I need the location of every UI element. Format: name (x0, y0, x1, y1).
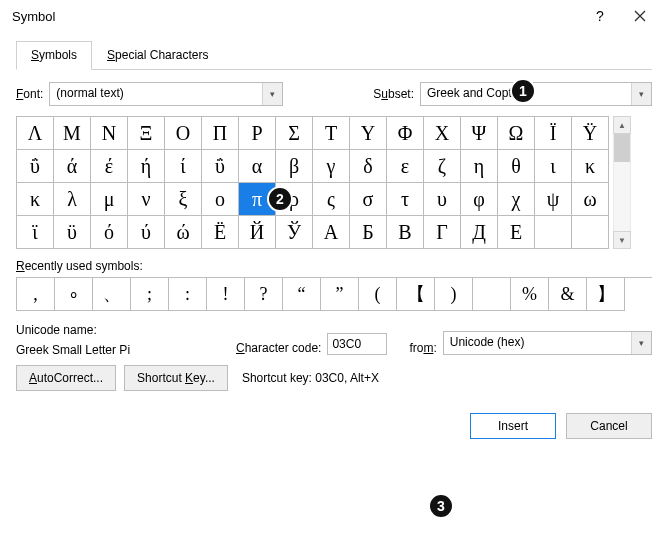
char-cell[interactable]: Г (424, 216, 461, 249)
char-cell[interactable]: В (387, 216, 424, 249)
char-cell[interactable] (572, 216, 609, 249)
recent-cell[interactable]: & (549, 278, 587, 311)
char-cell[interactable]: Ρ (239, 117, 276, 150)
scroll-thumb[interactable] (614, 134, 630, 162)
char-cell[interactable]: Ё (202, 216, 239, 249)
shortcut-key-button[interactable]: Shortcut Key... (124, 365, 228, 391)
char-cell[interactable]: λ (54, 183, 91, 216)
tab-special-characters[interactable]: Special Characters (92, 41, 223, 70)
char-cell[interactable]: ζ (424, 150, 461, 183)
char-cell[interactable]: ς (313, 183, 350, 216)
close-button[interactable] (620, 2, 660, 30)
char-cell[interactable]: Υ (350, 117, 387, 150)
char-cell[interactable]: ή (128, 150, 165, 183)
recent-cell[interactable]: ; (131, 278, 169, 311)
help-button[interactable]: ? (580, 2, 620, 30)
tab-symbols[interactable]: Symbols (16, 41, 92, 70)
char-cell[interactable]: ΰ (202, 150, 239, 183)
char-cell[interactable]: Μ (54, 117, 91, 150)
char-cell[interactable]: κ (17, 183, 54, 216)
char-cell[interactable]: ά (54, 150, 91, 183)
scrollbar[interactable]: ▲ ▼ (613, 116, 631, 249)
recent-cell[interactable]: 、 (93, 278, 131, 311)
recent-cell[interactable] (473, 278, 511, 311)
char-cell[interactable]: Б (350, 216, 387, 249)
char-cell[interactable]: Τ (313, 117, 350, 150)
char-cell[interactable]: Ω (498, 117, 535, 150)
cancel-button[interactable]: Cancel (566, 413, 652, 439)
autocorrect-button[interactable]: AutoCorrect... (16, 365, 116, 391)
char-cell[interactable]: Ν (91, 117, 128, 150)
char-cell[interactable]: δ (350, 150, 387, 183)
recent-cell[interactable]: , (17, 278, 55, 311)
char-cell[interactable]: Ο (165, 117, 202, 150)
char-cell[interactable]: έ (91, 150, 128, 183)
char-cell[interactable]: γ (313, 150, 350, 183)
char-cell[interactable]: Й (239, 216, 276, 249)
scroll-track[interactable] (613, 134, 631, 231)
recent-cell[interactable]: ) (435, 278, 473, 311)
recent-grid[interactable]: ,∘、;:!?“”(【)%&】 (16, 277, 652, 311)
recent-cell[interactable]: “ (283, 278, 321, 311)
char-cell[interactable]: χ (498, 183, 535, 216)
char-cell[interactable]: ί (165, 150, 202, 183)
char-cell[interactable]: Е (498, 216, 535, 249)
recent-cell[interactable]: ∘ (55, 278, 93, 311)
recent-cell[interactable]: ! (207, 278, 245, 311)
char-cell[interactable]: Π (202, 117, 239, 150)
char-cell[interactable]: ν (128, 183, 165, 216)
char-code-input[interactable] (327, 333, 387, 355)
char-cell[interactable] (535, 216, 572, 249)
char-cell[interactable]: ύ (128, 216, 165, 249)
char-cell[interactable]: α (239, 150, 276, 183)
recent-cell[interactable]: 】 (587, 278, 625, 311)
char-cell[interactable]: ϊ (17, 216, 54, 249)
char-cell[interactable]: Ў (276, 216, 313, 249)
char-cell[interactable]: Ϋ (572, 117, 609, 150)
char-cell[interactable]: ό (91, 216, 128, 249)
scroll-up-icon[interactable]: ▲ (613, 116, 631, 134)
char-cell[interactable]: Σ (276, 117, 313, 150)
char-cell[interactable]: Λ (17, 117, 54, 150)
char-cell[interactable]: β (276, 150, 313, 183)
recent-cell[interactable]: % (511, 278, 549, 311)
insert-button[interactable]: Insert (470, 413, 556, 439)
recent-cell[interactable]: 【 (397, 278, 435, 311)
character-grid[interactable]: ΛΜΝΞΟΠΡΣΤΥΦΧΨΩΪΫΰάέήίΰαβγδεζηθικκλμνξοπρ… (16, 116, 609, 249)
char-cell[interactable]: ι (535, 150, 572, 183)
font-combo[interactable]: (normal text) ▾ (49, 82, 283, 106)
subset-combo[interactable]: Greek and Coptic ▾ (420, 82, 652, 106)
char-cell[interactable]: Д (461, 216, 498, 249)
char-cell[interactable]: ΰ (17, 150, 54, 183)
char-cell[interactable]: Ξ (128, 117, 165, 150)
char-cell[interactable]: υ (424, 183, 461, 216)
char-cell[interactable]: τ (387, 183, 424, 216)
recent-cell[interactable]: ” (321, 278, 359, 311)
char-cell[interactable]: θ (498, 150, 535, 183)
char-cell[interactable]: ψ (535, 183, 572, 216)
char-cell[interactable]: ξ (165, 183, 202, 216)
char-cell[interactable]: κ (572, 150, 609, 183)
char-cell[interactable]: φ (461, 183, 498, 216)
recent-cell[interactable]: ( (359, 278, 397, 311)
char-cell[interactable]: ώ (165, 216, 202, 249)
char-cell[interactable]: ε (387, 150, 424, 183)
scroll-down-icon[interactable]: ▼ (613, 231, 631, 249)
char-cell[interactable]: Ϊ (535, 117, 572, 150)
recent-cell[interactable]: ? (245, 278, 283, 311)
char-cell[interactable]: Χ (424, 117, 461, 150)
chevron-down-icon[interactable]: ▾ (631, 83, 651, 105)
char-cell[interactable]: Ψ (461, 117, 498, 150)
char-cell[interactable]: μ (91, 183, 128, 216)
char-cell[interactable]: Φ (387, 117, 424, 150)
char-cell[interactable]: σ (350, 183, 387, 216)
recent-cell[interactable]: : (169, 278, 207, 311)
from-combo[interactable]: Unicode (hex) ▾ (443, 331, 652, 355)
char-cell[interactable]: ο (202, 183, 239, 216)
char-cell[interactable]: ω (572, 183, 609, 216)
chevron-down-icon[interactable]: ▾ (262, 83, 282, 105)
chevron-down-icon[interactable]: ▾ (631, 332, 651, 354)
char-cell[interactable]: η (461, 150, 498, 183)
char-cell[interactable]: ϋ (54, 216, 91, 249)
char-cell[interactable]: А (313, 216, 350, 249)
